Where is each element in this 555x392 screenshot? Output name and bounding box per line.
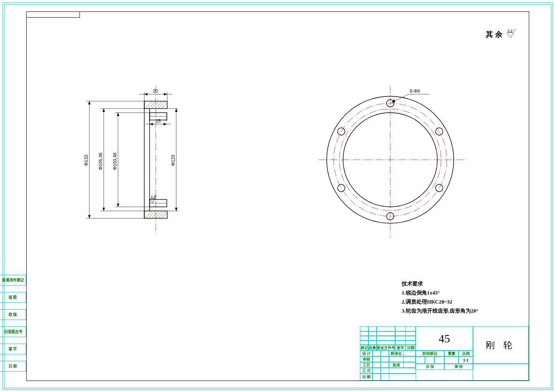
svg-text:Φ103,48: Φ103,48 (112, 153, 117, 170)
hatch-top (145, 101, 167, 109)
svg-line-14 (158, 211, 166, 218)
svg-marker-45 (88, 215, 91, 218)
svg-text:20: 20 (153, 88, 158, 93)
part-name-cell: 刚 轮 (473, 326, 529, 364)
tech-r1: 1.锐边倒角1x45° (402, 289, 440, 297)
svg-line-13 (155, 211, 162, 218)
svg-line-10 (145, 211, 152, 218)
left-label-1: 装通用件要记 (0, 275, 26, 286)
svg-text:3.2: 3.2 (507, 29, 513, 33)
svg-marker-53 (175, 109, 177, 112)
svg-marker-50 (117, 113, 119, 116)
tech-r3: 3.轮齿为渐开线齿形,齿形角为20° (402, 307, 478, 315)
surface-symbol-small: 3.2 (507, 29, 519, 39)
svg-text:15: 15 (156, 118, 161, 123)
material-cell: 45 (415, 326, 473, 351)
svg-line-71 (394, 94, 409, 102)
svg-line-11 (148, 211, 156, 218)
svg-marker-25 (144, 93, 148, 95)
svg-text:6-Φ8: 6-Φ8 (410, 88, 420, 93)
svg-marker-44 (88, 101, 91, 104)
tech-title: 技术要求 (402, 280, 423, 288)
svg-line-9 (161, 103, 167, 109)
svg-marker-32 (164, 123, 167, 125)
svg-line-8 (158, 101, 166, 109)
left-label-5: 签 字 (0, 344, 26, 354)
front-view: 6-Φ8 (320, 88, 475, 244)
frame-tab (26, 11, 80, 18)
svg-text:Φ105,36: Φ105,36 (98, 153, 103, 170)
svg-text:Φ133: Φ133 (84, 155, 89, 166)
svg-line-5 (148, 101, 156, 109)
svg-text:Φ120: Φ120 (171, 155, 175, 166)
svg-marker-73 (391, 99, 395, 102)
hatch-bottom (145, 211, 167, 218)
svg-marker-26 (164, 93, 167, 95)
svg-line-15 (161, 213, 167, 218)
svg-marker-54 (175, 208, 177, 211)
tech-r2: 2.调质处理HRC28~32 (402, 298, 452, 306)
svg-marker-47 (102, 109, 105, 112)
title-block: 45 刚 轮 标记 处数 更改文件号 签字 日期 设 计 标准化 阶段标记 重量… (360, 326, 529, 381)
svg-point-69 (338, 184, 345, 192)
left-label-6: 日 期 (0, 361, 26, 372)
section-view: 20 15 1.6 Φ133 Φ105,36 Φ103,48 Φ120 (86, 88, 189, 236)
svg-line-6 (152, 101, 159, 109)
surface-note-prefix: 其 余 (486, 29, 503, 39)
svg-marker-31 (150, 123, 153, 125)
svg-marker-48 (102, 208, 105, 211)
svg-line-4 (145, 101, 152, 109)
left-label-2: 描 图 (0, 292, 26, 303)
svg-marker-51 (117, 204, 119, 207)
svg-line-7 (155, 101, 162, 109)
svg-line-12 (152, 211, 159, 218)
left-label-3: 校 描 (0, 309, 26, 320)
left-label-4: 旧底图总号 (0, 326, 26, 337)
